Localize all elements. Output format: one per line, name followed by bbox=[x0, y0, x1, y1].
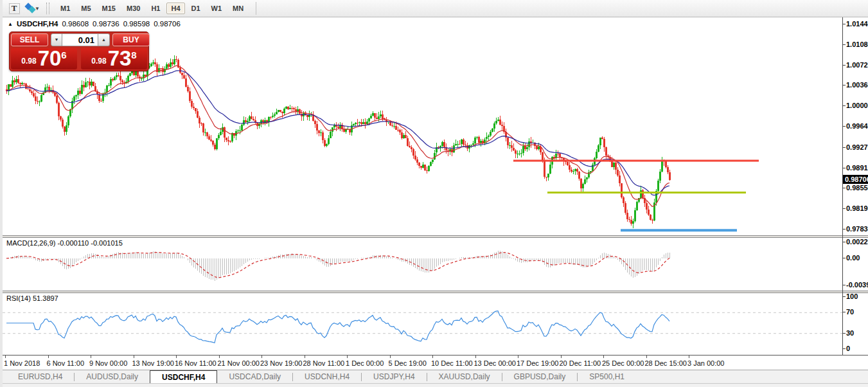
price-axis-tick: 1.01080 bbox=[846, 40, 868, 48]
volume-decrease-icon[interactable]: ▼ bbox=[51, 33, 62, 46]
timeframe-button-m15[interactable]: M15 bbox=[98, 3, 120, 14]
time-axis-label: 21 Nov 00:00 bbox=[218, 359, 260, 367]
time-axis-label: 1 Dec 00:00 bbox=[346, 359, 384, 367]
sell-button[interactable]: SELL bbox=[11, 33, 48, 46]
ma-slow-line bbox=[6, 71, 669, 195]
buy-price-pipette: 8 bbox=[131, 50, 136, 60]
buy-button[interactable]: BUY bbox=[112, 33, 150, 46]
rsi-panel-canvas[interactable] bbox=[3, 293, 868, 355]
arrange-symbols-button[interactable]: ▼ bbox=[24, 2, 40, 15]
axis-tick-mark bbox=[843, 126, 846, 127]
time-axis[interactable]: 1 Nov 20186 Nov 11:009 Nov 00:0013 Nov 1… bbox=[3, 355, 868, 370]
timeframe-button-w1[interactable]: W1 bbox=[207, 3, 227, 14]
time-tick-mark bbox=[176, 356, 177, 358]
tab-gbpusd-daily[interactable]: GBPUSD,Daily bbox=[502, 370, 578, 383]
timeframe-button-d1[interactable]: D1 bbox=[187, 3, 205, 14]
toolbar-grip[interactable] bbox=[46, 3, 49, 14]
time-axis-label: 13 Nov 19:00 bbox=[132, 359, 174, 367]
time-tick-mark bbox=[48, 356, 49, 358]
timeframe-button-h1[interactable]: H1 bbox=[146, 3, 164, 14]
tab-usdcad-daily[interactable]: USDCAD,Daily bbox=[217, 370, 292, 383]
tab-usdchf-h4[interactable]: USDCHF,H4 bbox=[150, 370, 217, 383]
text-tool-icon: T bbox=[9, 3, 20, 14]
axis-tick-mark bbox=[843, 348, 846, 349]
time-tick-mark bbox=[518, 356, 518, 358]
close-value: 0.98706 bbox=[154, 20, 181, 28]
tab-sp500-h1[interactable]: SP500,H1 bbox=[578, 370, 636, 383]
sell-price-pipette: 6 bbox=[61, 50, 66, 60]
buy-quote-button[interactable]: 0.98 73 8 bbox=[81, 48, 147, 69]
macd-indicator-label: MACD(12,26,9) -0.000110 -0.001015 bbox=[6, 239, 123, 247]
timeframe-button-mn[interactable]: MN bbox=[228, 3, 248, 14]
macd-axis-tick: 0.002297 bbox=[846, 238, 868, 246]
time-axis-label: 3 Jan 00:00 bbox=[687, 359, 725, 367]
price-axis-tick: 0.98190 bbox=[846, 204, 868, 212]
time-axis-label: 1 Nov 2018 bbox=[4, 359, 40, 367]
tab-usdcnh-h4[interactable]: USDCNH,H4 bbox=[293, 370, 361, 383]
macd-signal-line bbox=[6, 253, 669, 278]
rsi-axis-tick: 30 bbox=[846, 329, 854, 337]
chart-tabstrip: EURUSD,H4AUDUSD,DailyUSDCHF,H4USDCAD,Dai… bbox=[3, 370, 868, 383]
time-tick-mark bbox=[432, 356, 433, 358]
axis-tick-mark bbox=[843, 229, 846, 230]
tab-eurusd-h4[interactable]: EURUSD,H4 bbox=[6, 370, 74, 383]
sell-price-prefix: 0.98 bbox=[21, 57, 36, 66]
toolbar: T ▼ M1M5M15M30H1H4D1W1MN bbox=[3, 0, 868, 17]
time-tick-mark bbox=[603, 356, 604, 358]
time-axis-label: 9 Nov 00:00 bbox=[89, 359, 127, 367]
macd-axis-tick: -0.003904 bbox=[846, 281, 868, 289]
axis-tick-mark bbox=[843, 285, 846, 285]
time-axis-label: 28 Dec 15:00 bbox=[645, 359, 687, 367]
axis-tick-mark bbox=[843, 24, 846, 24]
buy-price-big: 73 bbox=[108, 50, 132, 68]
current-price-tag: 0.98706 bbox=[843, 175, 868, 184]
timeframe-button-group: M1M5M15M30H1H4D1W1MN bbox=[56, 3, 248, 14]
toolbar-separator bbox=[256, 2, 256, 15]
price-axis-tick: 0.97830 bbox=[846, 225, 868, 233]
axis-tick-mark bbox=[843, 44, 846, 45]
time-axis-label: 25 Dec 00:00 bbox=[602, 359, 644, 367]
price-axis-tick: 1.01440 bbox=[846, 20, 868, 28]
timeframe-button-m1[interactable]: M1 bbox=[56, 3, 75, 14]
axis-tick-mark bbox=[843, 296, 846, 297]
macd-name: MACD(12,26,9) bbox=[6, 239, 55, 247]
axis-tick-mark bbox=[843, 188, 846, 188]
rsi-value: 51.3897 bbox=[33, 294, 58, 302]
time-tick-mark bbox=[646, 356, 647, 358]
diamond-arrows-icon bbox=[24, 3, 36, 14]
collapse-trade-panel-icon[interactable]: ▲ bbox=[8, 21, 13, 27]
rsi-name: RSI(14) bbox=[6, 294, 31, 302]
time-tick-mark bbox=[134, 356, 134, 358]
price-axis-tick: 0.98550 bbox=[846, 184, 868, 192]
sell-quote-button[interactable]: 0.98 70 6 bbox=[11, 48, 77, 69]
buy-price-prefix: 0.98 bbox=[91, 57, 106, 66]
price-axis-tick: 0.99270 bbox=[846, 143, 868, 151]
price-axis[interactable]: 1.014401.010801.007201.003601.000000.996… bbox=[843, 17, 868, 355]
timeframe-button-h4[interactable]: H4 bbox=[166, 3, 184, 14]
time-tick-mark bbox=[390, 356, 391, 358]
time-tick-mark bbox=[561, 356, 562, 358]
timeframe-button-m30[interactable]: M30 bbox=[122, 3, 145, 14]
mt4-window: T ▼ M1M5M15M30H1H4D1W1MN ▲ USDCHF,H4 0.9… bbox=[0, 0, 868, 387]
price-axis-tick: 1.00000 bbox=[846, 102, 868, 109]
axis-tick-mark bbox=[843, 168, 846, 168]
candles-group bbox=[6, 55, 671, 228]
price-axis-tick: 1.00720 bbox=[846, 61, 868, 69]
time-tick-mark bbox=[689, 356, 689, 358]
tab-audusd-daily[interactable]: AUDUSD,Daily bbox=[75, 370, 150, 383]
macd-panel-canvas[interactable] bbox=[3, 238, 868, 291]
macd-histogram bbox=[6, 251, 669, 280]
axis-tick-mark bbox=[843, 147, 846, 148]
axis-tick-mark bbox=[843, 208, 846, 209]
time-axis-label: 20 Dec 11:00 bbox=[560, 359, 601, 367]
time-axis-label: 10 Dec 11:00 bbox=[431, 359, 473, 367]
text-tool-button[interactable]: T bbox=[6, 2, 22, 15]
timeframe-button-m5[interactable]: M5 bbox=[76, 3, 95, 14]
volume-increase-icon[interactable]: ▲ bbox=[98, 33, 110, 46]
tab-usdjpy-h4[interactable]: USDJPY,H4 bbox=[362, 370, 426, 383]
volume-input[interactable] bbox=[62, 33, 98, 46]
low-value: 0.98598 bbox=[123, 20, 150, 28]
time-axis-label: 16 Nov 11:00 bbox=[175, 359, 217, 367]
time-tick-mark bbox=[305, 356, 305, 358]
tab-xauusd-daily[interactable]: XAUUSD,Daily bbox=[427, 370, 502, 383]
